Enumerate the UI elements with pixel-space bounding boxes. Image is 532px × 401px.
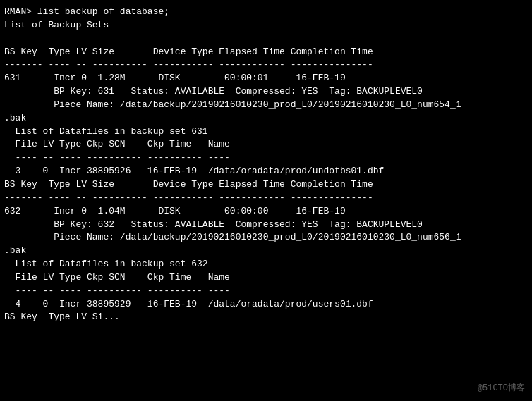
bs-header-1: BS Key Type LV Size Device Type Elapsed … <box>4 46 528 59</box>
bs631-f3: 3 0 Incr 38895926 16-FEB-19 /data/oradat… <box>4 165 528 178</box>
bs632-f4: 4 0 Incr 38895929 16-FEB-19 /data/oradat… <box>4 298 528 311</box>
terminal: RMAN> list backup of database; List of B… <box>0 0 532 401</box>
bs632-bp: BP Key: 632 Status: AVAILABLE Compressed… <box>4 218 528 232</box>
terminal-output: RMAN> list backup of database; List of B… <box>4 6 528 324</box>
bs631-bp: BP Key: 631 Status: AVAILABLE Compressed… <box>4 85 528 99</box>
list-separator: =================== <box>4 32 528 46</box>
list-title: List of Backup Sets <box>4 19 528 32</box>
bs631-bak: .bak <box>4 112 528 125</box>
bs631-fhdr: File LV Type Ckp SCN Ckp Time Name <box>4 138 528 152</box>
bs631-fsep: ---- -- ---- ---------- ---------- ---- <box>4 152 528 165</box>
bs-header-3-partial: BS Key Type LV Si... <box>4 311 528 324</box>
bs-header-2: BS Key Type LV Size Device Type Elapsed … <box>4 178 528 192</box>
bs-header-sep-2: ------- ---- -- ---------- ----------- -… <box>4 192 528 205</box>
bs632-piece: Piece Name: /data/backup/20190216010230_… <box>4 231 528 245</box>
bs632-fhdr: File LV Type Ckp SCN Ckp Time Name <box>4 271 528 285</box>
bs632-row: 632 Incr 0 1.04M DISK 00:00:00 16-FEB-19 <box>4 205 528 218</box>
bs-header-sep-1: ------- ---- -- ---------- ----------- -… <box>4 58 528 72</box>
watermark: @51CTO博客 <box>478 382 525 394</box>
rman-prompt: RMAN> list backup of database; <box>4 6 528 19</box>
bs632-bak: .bak <box>4 245 528 258</box>
bs631-piece: Piece Name: /data/backup/20190216010230_… <box>4 99 528 112</box>
bs631-row: 631 Incr 0 1.28M DISK 00:00:01 16-FEB-19 <box>4 72 528 85</box>
bs632-list: List of Datafiles in backup set 632 <box>4 258 528 271</box>
bs632-fsep: ---- -- ---- ---------- ---------- ---- <box>4 285 528 298</box>
bs631-list: List of Datafiles in backup set 631 <box>4 125 528 139</box>
